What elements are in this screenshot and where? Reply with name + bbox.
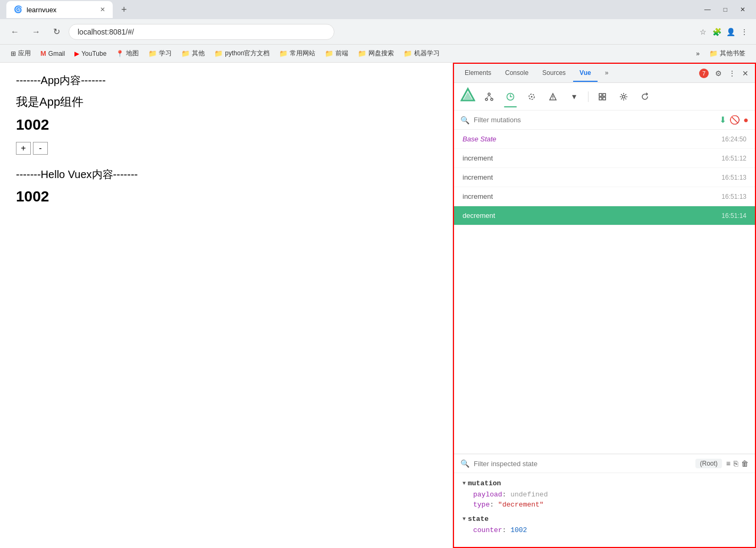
bookmarks-bar: ⊞ 应用 M Gmail ▶ YouTube 📍 地图 📁 学习 📁 其他 📁 … — [0, 45, 756, 63]
counter-key: counter — [473, 526, 502, 534]
hello-vuex-separator: -------Hello Vuex内容------- — [16, 167, 436, 182]
state-section: ▼ state counter: 1002 — [463, 515, 746, 534]
app-separator: -------App内容------- — [16, 73, 436, 88]
inspection-actions: ≡ ⎘ 🗑 — [726, 459, 749, 468]
bookmark-python[interactable]: 📁 python官方文档 — [210, 47, 274, 60]
mutation-time-base-state: 16:24:50 — [721, 136, 746, 143]
state-section-toggle[interactable]: ▼ state — [463, 515, 746, 523]
svg-point-2 — [488, 93, 490, 95]
svg-rect-15 — [599, 94, 602, 96]
bookmark-youtube[interactable]: ▶ YouTube — [70, 48, 111, 60]
mutation-item-increment-2[interactable]: increment 16:51:13 — [454, 168, 755, 187]
router-dropdown[interactable]: ▾ — [567, 89, 582, 104]
maximize-button[interactable]: □ — [719, 4, 732, 15]
router-tool[interactable] — [545, 89, 560, 104]
svg-rect-17 — [599, 97, 602, 100]
tab-vue[interactable]: Vue — [573, 65, 598, 82]
inspection-filter-bar: 🔍 (Root) ≡ ⎘ 🗑 — [454, 454, 755, 473]
root-badge: (Root) — [695, 459, 721, 468]
block-icon[interactable]: 🚫 — [729, 115, 740, 125]
decrement-button[interactable]: - — [33, 142, 48, 155]
back-button[interactable]: ← — [6, 25, 23, 39]
tab-elements[interactable]: Elements — [458, 65, 498, 82]
bookmark-frontend-label: 前端 — [335, 49, 348, 58]
mutation-section-label: mutation — [468, 479, 501, 487]
inspection-filter-input[interactable] — [474, 460, 691, 468]
settings-tool[interactable] — [616, 89, 631, 104]
devtools-tab-actions: 7 ⚙ ⋮ ✕ — [699, 67, 751, 80]
refresh-button[interactable]: ↻ — [49, 24, 64, 39]
sort-icon[interactable]: ≡ — [726, 459, 730, 468]
bookmark-python-label: python官方文档 — [225, 49, 270, 58]
devtools-settings-button[interactable]: ⚙ — [713, 67, 724, 80]
tab-elements-label: Elements — [465, 69, 491, 77]
vue-logo — [460, 87, 475, 106]
bookmark-frontend[interactable]: 📁 前端 — [321, 47, 352, 60]
svg-point-3 — [485, 98, 488, 100]
menu-icon[interactable]: ⋮ — [739, 27, 750, 37]
svg-point-19 — [623, 95, 625, 98]
title-bar: 🌀 learnvuex ✕ + — □ ✕ — [0, 0, 756, 19]
refresh-tool[interactable] — [637, 89, 652, 104]
tab-favicon: 🌀 — [14, 5, 22, 14]
mutation-filter-input[interactable] — [474, 116, 715, 124]
mutation-item-base-state[interactable]: Base State 16:24:50 — [454, 130, 755, 149]
performance-tool[interactable] — [524, 89, 539, 104]
copy-icon[interactable]: ⎘ — [734, 459, 738, 468]
state-counter-item: counter: 1002 — [473, 526, 746, 534]
payload-key: payload — [473, 491, 502, 499]
bookmark-youtube-label: YouTube — [81, 50, 106, 57]
bookmark-gmail[interactable]: M Gmail — [36, 47, 69, 60]
minimize-button[interactable]: — — [700, 4, 715, 15]
counter-display-2: 1002 — [16, 188, 436, 205]
svg-point-11 — [531, 96, 533, 97]
devtools-tabs: Elements Console Sources Vue » 7 ⚙ ⋮ ✕ — [454, 64, 755, 83]
main-area: -------App内容------- 我是App组件 1002 + - ---… — [0, 63, 756, 548]
bookmark-maps[interactable]: 📍 地图 — [112, 47, 143, 60]
devtools-menu-button[interactable]: ⋮ — [726, 67, 738, 80]
tab-console[interactable]: Console — [499, 65, 535, 82]
browser-tab[interactable]: 🌀 learnvuex ✕ — [6, 1, 113, 18]
increment-button[interactable]: + — [16, 142, 31, 155]
bookmark-ml[interactable]: 📁 机器学习 — [399, 47, 444, 60]
bookmark-other-books[interactable]: 📁 其他书签 — [705, 47, 750, 60]
component-tool[interactable] — [482, 89, 497, 104]
mutation-item-increment-3[interactable]: increment 16:51:13 — [454, 187, 755, 206]
bookmark-ml-label: 机器学习 — [414, 49, 440, 58]
bookmark-apps[interactable]: ⊞ 应用 — [6, 47, 35, 60]
apps-icon: ⊞ — [11, 50, 16, 57]
bookmark-icon[interactable]: ☆ — [698, 27, 708, 37]
folder-icon-other-books: 📁 — [709, 49, 718, 57]
tab-sources[interactable]: Sources — [536, 65, 572, 82]
timeline-tool[interactable] — [503, 89, 518, 104]
address-actions: ☆ 🧩 👤 ⋮ — [698, 27, 750, 37]
bookmark-more[interactable]: » — [692, 48, 704, 60]
extension-icon[interactable]: 🧩 — [711, 27, 722, 37]
export-icon[interactable]: 🗑 — [741, 459, 749, 468]
forward-button[interactable]: → — [28, 25, 45, 39]
mutation-name-increment-1: increment — [463, 154, 721, 162]
profile-icon[interactable]: 👤 — [725, 27, 736, 37]
toolbar-separator — [588, 91, 589, 102]
devtools-close-button[interactable]: ✕ — [740, 67, 751, 80]
bookmark-netdisk[interactable]: 📁 网盘搜索 — [354, 47, 398, 60]
new-tab-button[interactable]: + — [117, 2, 131, 18]
bookmark-common[interactable]: 📁 常用网站 — [275, 47, 320, 60]
tab-more[interactable]: » — [599, 65, 615, 82]
vue-toolbar: ▾ — [454, 83, 755, 111]
address-input[interactable] — [69, 24, 334, 40]
download-icon[interactable]: ⬇ — [719, 115, 726, 125]
mutation-section-toggle[interactable]: ▼ mutation — [463, 479, 746, 487]
mutation-filter-bar: 🔍 ⬇ 🚫 ● — [454, 111, 755, 130]
svg-rect-16 — [603, 94, 606, 96]
record-icon[interactable]: ● — [743, 115, 749, 125]
mutation-item-decrement[interactable]: decrement 16:51:14 — [454, 206, 755, 225]
close-button[interactable]: ✕ — [736, 4, 750, 15]
store-tool[interactable] — [595, 89, 610, 104]
bookmark-study[interactable]: 📁 学习 — [144, 47, 176, 60]
tab-close-button[interactable]: ✕ — [100, 6, 105, 13]
bookmark-other[interactable]: 📁 其他 — [177, 47, 209, 60]
mutation-item-increment-1[interactable]: increment 16:51:12 — [454, 149, 755, 168]
folder-icon-study: 📁 — [148, 49, 157, 57]
chevron-down-icon-state: ▼ — [463, 516, 466, 522]
